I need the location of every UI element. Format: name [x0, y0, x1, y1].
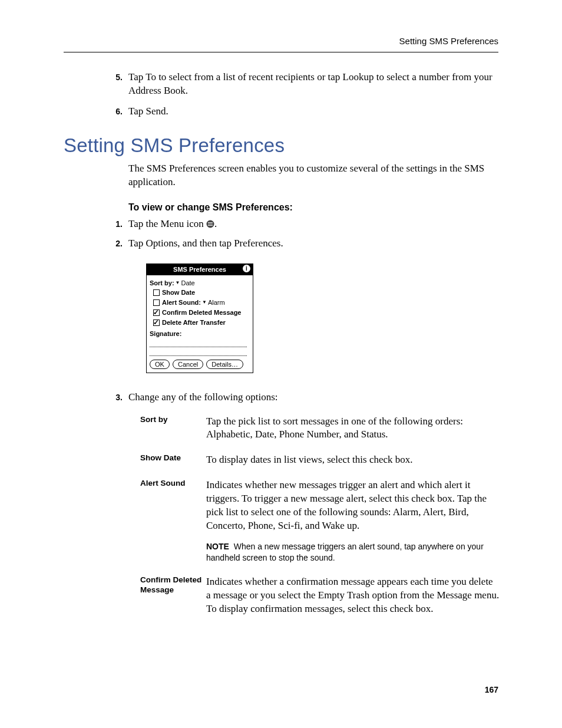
dialog-title-text: SMS Preferences	[173, 266, 226, 273]
row-confirm-deleted: Confirm Deleted Message	[153, 308, 250, 317]
note-text: When a new message triggers an alert sou…	[206, 542, 484, 562]
signature-label: Signature:	[150, 330, 250, 338]
row-delete-after-transfer: Delete After Transfer	[153, 318, 250, 327]
step-number: 6.	[108, 106, 123, 117]
ok-button[interactable]: OK	[150, 360, 170, 369]
checkbox[interactable]	[153, 299, 160, 306]
step-number: 1.	[108, 219, 123, 230]
section-subhead: To view or change SMS Preferences:	[128, 201, 500, 214]
step-1: 1. Tap the Menu icon .	[128, 218, 500, 231]
step-number: 5.	[108, 72, 123, 83]
row-label: Delete After Transfer	[162, 318, 226, 327]
sortby-label: Sort by:	[150, 279, 174, 288]
step-2: 2. Tap Options, and then tap Preferences…	[128, 237, 500, 251]
svg-rect-2	[208, 223, 213, 224]
row-label: Show Date	[162, 288, 195, 297]
option-desc: Indicates whether new messages trigger a…	[206, 479, 500, 564]
option-desc: To display dates in list views, select t…	[206, 453, 500, 467]
step-text-pre: Tap the Menu icon	[128, 218, 206, 229]
note-label: NOTE	[206, 542, 229, 551]
option-alert-sound: Alert Sound Indicates whether new messag…	[140, 479, 500, 564]
options-table: Sort by Tap the pick list to sort messag…	[140, 415, 500, 616]
cancel-button[interactable]: Cancel	[173, 360, 203, 369]
option-note: NOTE When a new message triggers an aler…	[206, 541, 500, 564]
section-intro: The SMS Preferences screen enables you t…	[128, 162, 500, 189]
step-6: 6. Tap Send.	[128, 105, 500, 118]
step-text: Tap Options, and then tap Preferences.	[128, 237, 500, 251]
dialog-buttons: OK Cancel Details…	[150, 360, 250, 369]
dialog-title: SMS Preferences i	[147, 264, 253, 275]
content-area: 5. Tap To to select from a list of recen…	[128, 71, 500, 628]
step-3: 3. Change any of the following options:	[128, 391, 500, 404]
screenshot: SMS Preferences i Sort by: ▼ Date Show D…	[146, 263, 500, 373]
sms-preferences-dialog: SMS Preferences i Sort by: ▼ Date Show D…	[146, 263, 253, 373]
step-text-post: .	[214, 218, 217, 229]
checkbox[interactable]	[153, 309, 160, 316]
dropdown-arrow-icon[interactable]: ▼	[176, 280, 180, 286]
sortby-value[interactable]: Date	[181, 279, 194, 288]
dialog-body: Sort by: ▼ Date Show Date Alert Sound: ▼…	[147, 275, 253, 373]
header-rule	[64, 52, 498, 52]
step-text: Tap the Menu icon .	[128, 218, 500, 231]
row-alert-sound: Alert Sound: ▼ Alarm	[153, 298, 250, 307]
details-button[interactable]: Details…	[206, 360, 243, 369]
step-5: 5. Tap To to select from a list of recen…	[128, 71, 500, 98]
option-desc: Tap the pick list to sort messages in on…	[206, 415, 500, 442]
page: Setting SMS Preferences 5. Tap To to sel…	[0, 0, 562, 728]
step-number: 2.	[108, 238, 123, 249]
step-number: 3.	[108, 392, 123, 403]
running-head: Setting SMS Preferences	[399, 35, 498, 47]
option-term: Alert Sound	[140, 479, 206, 564]
option-sort-by: Sort by Tap the pick list to sort messag…	[140, 415, 500, 442]
option-confirm-deleted: Confirm Deleted Message Indicates whethe…	[140, 575, 500, 616]
option-desc-text: Indicates whether new messages trigger a…	[206, 479, 487, 531]
dropdown-arrow-icon[interactable]: ▼	[202, 299, 207, 306]
row-label: Alert Sound:	[162, 298, 201, 307]
option-term: Show Date	[140, 453, 206, 467]
info-icon[interactable]: i	[243, 265, 250, 272]
menu-icon	[206, 219, 214, 227]
row-show-date: Show Date	[153, 288, 250, 297]
page-number: 167	[485, 684, 498, 696]
step-text: Tap To to select from a list of recent r…	[128, 71, 500, 98]
signature-line[interactable]	[150, 348, 247, 356]
option-term: Confirm Deleted Message	[140, 575, 206, 616]
svg-rect-1	[208, 222, 213, 223]
checkbox[interactable]	[153, 289, 160, 296]
section-title: Setting SMS Preferences	[64, 133, 500, 159]
option-show-date: Show Date To display dates in list views…	[140, 453, 500, 467]
step-text: Tap Send.	[128, 105, 500, 118]
signature-line[interactable]	[150, 340, 247, 347]
row-label: Confirm Deleted Message	[162, 308, 241, 317]
step-text: Change any of the following options:	[128, 391, 500, 404]
option-desc: Indicates whether a confirmation message…	[206, 575, 500, 616]
row-value[interactable]: Alarm	[208, 298, 225, 307]
sortby-row: Sort by: ▼ Date	[150, 279, 250, 288]
option-term: Sort by	[140, 415, 206, 442]
checkbox[interactable]	[153, 319, 160, 326]
svg-rect-3	[208, 225, 213, 226]
